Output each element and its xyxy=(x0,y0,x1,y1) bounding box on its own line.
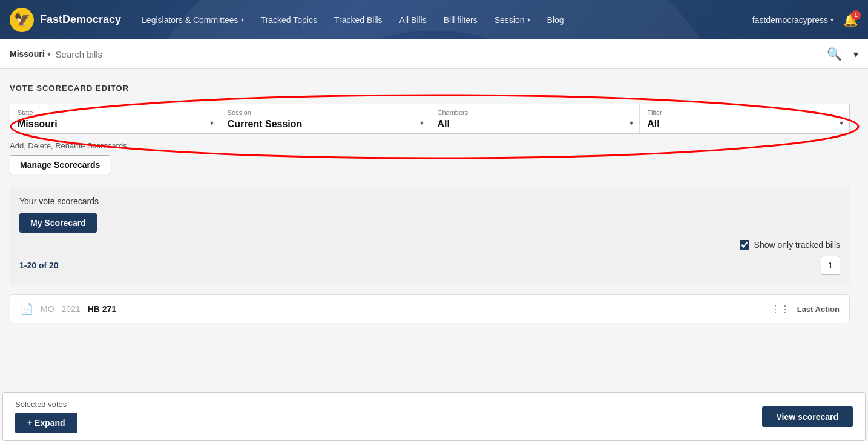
nav-links: Legislators & Committees ▾ Tracked Topic… xyxy=(133,0,752,39)
state-filter[interactable]: State Missouri ▾ xyxy=(10,104,220,133)
nav-user[interactable]: fastdemocracypress ▾ xyxy=(752,15,833,25)
manage-scorecards-button[interactable]: Manage Scorecards xyxy=(10,155,110,174)
search-input[interactable] xyxy=(56,49,822,59)
show-tracked-checkbox[interactable] xyxy=(740,240,749,250)
session-filter-label: Session xyxy=(228,109,422,116)
bill-state: MO xyxy=(41,304,54,314)
bill-row: 📄 MO 2021 HB 271 ⋮⋮ Last Action xyxy=(10,294,850,323)
filter-filter-label: Filter xyxy=(647,109,842,116)
eagle-logo-icon: 🦅 xyxy=(10,8,34,32)
share-icon[interactable]: ⋮⋮ xyxy=(771,303,790,315)
filter-filter-value: All xyxy=(647,119,842,130)
bill-year: 2021 xyxy=(62,304,81,314)
nav-item-blog[interactable]: Blog xyxy=(539,0,573,39)
chevron-down-icon: ▾ xyxy=(420,119,424,127)
svg-text:🦅: 🦅 xyxy=(14,12,31,28)
chambers-filter-label: Chambers xyxy=(438,109,633,116)
chevron-down-icon: ▾ xyxy=(830,16,833,23)
manage-scorecards-section: Add, Delete, Rename Scorecards: Manage S… xyxy=(10,141,850,174)
main-content: VOTE SCORECARD EDITOR State Missouri ▾ S… xyxy=(0,69,860,333)
nav-item-tracked-topics[interactable]: Tracked Topics xyxy=(252,0,326,39)
chambers-filter[interactable]: Chambers All ▾ xyxy=(430,104,640,133)
chevron-down-icon: ▾ xyxy=(210,119,214,127)
page-number-button[interactable]: 1 xyxy=(821,256,840,275)
chevron-down-icon: ▾ xyxy=(630,119,633,127)
my-scorecard-button[interactable]: My Scorecard xyxy=(19,213,97,233)
nav-item-legislators[interactable]: Legislators & Committees ▾ xyxy=(133,0,252,39)
show-tracked-label: Show only tracked bills xyxy=(754,240,840,250)
filters-row: State Missouri ▾ Session Current Session… xyxy=(10,104,850,134)
chevron-down-icon: ▾ xyxy=(840,119,843,127)
expand-search-button[interactable]: ▾ xyxy=(847,48,858,60)
chambers-filter-value: All xyxy=(438,119,633,130)
session-filter-value: Current Session xyxy=(228,119,422,130)
state-selector-button[interactable]: Missouri ▾ xyxy=(10,49,51,59)
logo-text: FastDemocracy xyxy=(40,13,121,26)
chevron-down-icon: ▾ xyxy=(241,16,244,23)
nav-item-tracked-bills[interactable]: Tracked Bills xyxy=(326,0,391,39)
records-count: 1-20 of 20 xyxy=(19,260,59,270)
nav-item-bill-filters[interactable]: Bill filters xyxy=(435,0,486,39)
state-filter-value: Missouri xyxy=(18,119,212,130)
nav-item-session[interactable]: Session ▾ xyxy=(486,0,539,39)
scorecard-card: Your vote scorecards My Scorecard Show o… xyxy=(10,187,850,285)
pagination-row: 1-20 of 20 1 xyxy=(19,256,840,275)
your-scorecards-label: Your vote scorecards xyxy=(19,196,840,206)
chevron-down-icon: ▾ xyxy=(527,16,530,23)
filter-filter[interactable]: Filter All ▾ xyxy=(640,104,849,133)
nav-right: fastdemocracypress ▾ 🔔 1 xyxy=(752,13,858,27)
search-bar: Missouri ▾ 🔍 ▾ xyxy=(0,39,868,69)
navbar: 🦅 FastDemocracy Legislators & Committees… xyxy=(0,0,868,39)
manage-label: Add, Delete, Rename Scorecards: xyxy=(10,141,850,150)
bill-number[interactable]: HB 271 xyxy=(88,304,116,314)
document-icon: 📄 xyxy=(20,302,33,316)
notification-badge: 1 xyxy=(851,10,861,20)
nav-item-all-bills[interactable]: All Bills xyxy=(391,0,435,39)
logo-link[interactable]: 🦅 FastDemocracy xyxy=(10,8,121,32)
notification-bell[interactable]: 🔔 1 xyxy=(843,13,858,27)
chevron-down-icon: ▾ xyxy=(47,50,51,58)
search-button[interactable]: 🔍 xyxy=(827,47,842,61)
section-title: VOTE SCORECARD EDITOR xyxy=(10,84,850,93)
session-filter[interactable]: Session Current Session ▾ xyxy=(220,104,430,133)
show-tracked-row: Show only tracked bills xyxy=(19,240,840,250)
state-filter-label: State xyxy=(18,109,212,116)
last-action-label: Last Action xyxy=(797,305,840,314)
